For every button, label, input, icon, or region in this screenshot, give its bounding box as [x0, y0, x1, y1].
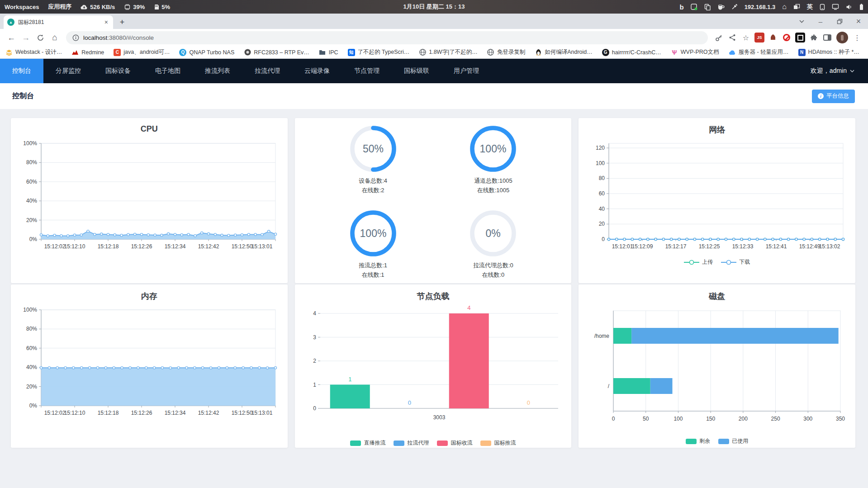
window-restore-button[interactable]	[830, 14, 849, 29]
legend-label: 下载	[739, 258, 750, 266]
bookmark-item[interactable]: 如何编译Android…	[535, 48, 593, 56]
bookmark-star-icon[interactable]: ☆	[740, 31, 752, 44]
bookmark-favicon-globe-icon	[487, 49, 494, 56]
nav-tab-国标设备[interactable]: 国标设备	[93, 59, 143, 83]
legend-item[interactable]: 下载	[721, 258, 750, 266]
bookmark-label: IPC	[329, 49, 338, 56]
system-top-bar: Workspaces 应用程序 526 KB/s 39% 5% 1月10日 星期…	[0, 0, 868, 14]
site-info-icon[interactable]	[72, 31, 79, 44]
side-panel-icon[interactable]	[821, 31, 834, 44]
bookmark-item[interactable]: IPC	[319, 49, 338, 56]
workspaces-button[interactable]: Workspaces	[5, 4, 39, 10]
volume-tray-icon[interactable]	[846, 4, 853, 10]
legend-label: 国标收流	[451, 439, 472, 447]
new-tab-button[interactable]: +	[116, 16, 128, 28]
nav-tab-控制台[interactable]: 控制台	[0, 59, 43, 83]
bookmark-label: 服务器 - 轻量应用…	[739, 48, 789, 56]
gauge-ring: 100%	[350, 210, 397, 257]
nav-tab-云端录像[interactable]: 云端录像	[292, 59, 342, 83]
bookmark-item[interactable]: Ghairrrrr/C-CrashC…	[602, 49, 661, 56]
bookmark-item[interactable]: NHDAtmos :: 种子 *…	[798, 48, 859, 56]
memory-usage-indicator[interactable]: 5%	[154, 4, 170, 10]
workspaces-tray-icon[interactable]	[793, 4, 800, 10]
ip-address-indicator[interactable]: 192.168.1.3	[745, 4, 776, 10]
bookmark-item[interactable]: Cjava、android可…	[114, 48, 170, 56]
bookmark-favicon-square-icon: N	[798, 49, 806, 56]
bookmark-item[interactable]: ѰWVP-PRO文档	[671, 48, 719, 56]
bookmark-item[interactable]: QQNAP Turbo NAS	[179, 49, 234, 56]
passwords-key-icon[interactable]	[712, 31, 725, 44]
forward-button[interactable]: →	[19, 31, 33, 44]
home-button[interactable]: ⌂	[48, 31, 62, 44]
nav-tab-电子地图[interactable]: 电子地图	[143, 59, 193, 83]
svg-text:120: 120	[596, 145, 605, 151]
phone-tray-icon[interactable]	[820, 4, 825, 10]
bookmark-item[interactable]: 免登录复制	[487, 48, 526, 56]
legend-item[interactable]: 国标收流	[437, 439, 472, 447]
extension-jug-icon[interactable]	[768, 33, 778, 43]
nav-tab-分屏监控[interactable]: 分屏监控	[43, 59, 93, 83]
nav-tab-用户管理[interactable]: 用户管理	[441, 59, 491, 83]
legend-item[interactable]: 已使用	[718, 437, 748, 445]
clock[interactable]: 1月10日 星期二 15：13	[403, 3, 465, 11]
nav-tab-节点管理[interactable]: 节点管理	[342, 59, 392, 83]
coffee-tray-icon[interactable]	[717, 4, 725, 10]
svg-text:100%: 100%	[23, 140, 37, 147]
browser-menu-icon[interactable]: ⋮	[851, 33, 863, 42]
bookmark-item[interactable]: Webstack - 设计…	[5, 48, 62, 56]
legend-item[interactable]: 上传	[684, 258, 713, 266]
network-speed-indicator[interactable]: 526 KB/s	[81, 4, 115, 10]
clipboard-tray-icon[interactable]	[704, 4, 711, 10]
svg-text:20: 20	[599, 221, 605, 227]
extensions-puzzle-icon[interactable]	[807, 31, 820, 44]
window-close-button[interactable]: ×	[849, 14, 868, 29]
battery-tray-icon[interactable]	[859, 4, 863, 10]
home-tray-icon[interactable]: ⌂	[782, 3, 787, 11]
extension-blocker-icon[interactable]	[782, 33, 792, 43]
tab-close-icon[interactable]: ×	[103, 19, 109, 26]
app-tray-icon[interactable]	[691, 4, 697, 10]
svg-text:15:12:26: 15:12:26	[131, 410, 152, 416]
bing-tray-icon[interactable]: b	[679, 3, 683, 11]
bookmark-item[interactable]: 知了不起的 TypeScri…	[348, 48, 410, 56]
legend-item[interactable]: 直播推流	[350, 439, 385, 447]
bookmark-item[interactable]: RFC2833 – RTP Ev…	[244, 49, 309, 56]
legend-label: 上传	[702, 258, 713, 266]
share-icon[interactable]	[726, 31, 739, 44]
load-plot: 0123410403003	[300, 305, 565, 436]
welcome-user-menu[interactable]: 欢迎，admin	[811, 59, 854, 83]
legend-item[interactable]: 国标推流	[480, 439, 516, 447]
window-minimize-button[interactable]: –	[811, 14, 830, 29]
bookmark-item[interactable]: 1.8W字|了不起的…	[419, 48, 477, 56]
applications-button[interactable]: 应用程序	[48, 3, 71, 11]
legend-item[interactable]: 拉流代理	[394, 439, 429, 447]
extension-tampermonkey-icon[interactable]	[795, 33, 805, 43]
nav-tab-拉流代理[interactable]: 拉流代理	[242, 59, 292, 83]
svg-text:15:12:26: 15:12:26	[131, 243, 152, 250]
extension-js-icon[interactable]: JS	[754, 33, 764, 43]
display-tray-icon[interactable]	[832, 4, 839, 10]
reload-button[interactable]	[33, 31, 47, 44]
profile-avatar[interactable]	[836, 32, 848, 43]
color-picker-tray-icon[interactable]	[731, 4, 738, 10]
nav-tab-推流列表[interactable]: 推流列表	[193, 59, 242, 83]
legend-item[interactable]: 剩余	[686, 437, 710, 445]
bookmark-item[interactable]: 服务器 - 轻量应用…	[729, 48, 789, 56]
input-method-indicator[interactable]: 英	[807, 3, 813, 11]
cpu-usage-indicator[interactable]: 39%	[124, 4, 145, 10]
svg-text:100: 100	[674, 416, 683, 422]
bookmark-item[interactable]: Redmine	[71, 49, 104, 56]
back-button[interactable]: ←	[5, 31, 18, 44]
platform-info-button[interactable]: i 平台信息	[812, 90, 855, 103]
tab-search-chevron-icon[interactable]	[792, 14, 811, 29]
browser-toolbar: ← → ⌂ localhost:38080/#/console ☆ JS ⋮	[0, 29, 868, 46]
browser-tab[interactable]: ▲ 国标28181 ×	[4, 15, 113, 29]
svg-text:1: 1	[349, 376, 352, 383]
svg-text:50: 50	[643, 416, 649, 422]
bookmark-label: 如何编译Android…	[545, 48, 593, 56]
cpu-chart-title: CPU	[11, 118, 288, 139]
gauge-2: 100%推流总数:1在线数:1	[350, 210, 397, 280]
url-bar[interactable]: localhost:38080/#/console	[66, 31, 708, 44]
nav-tab-国标级联[interactable]: 国标级联	[392, 59, 441, 83]
bookmark-favicon-redmine-icon	[71, 49, 79, 56]
